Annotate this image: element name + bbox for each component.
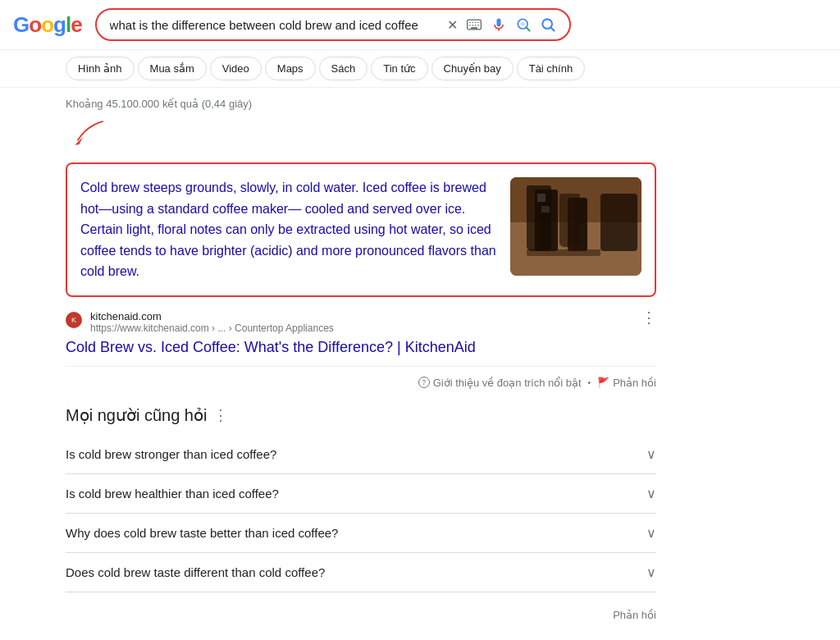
svg-rect-18 <box>535 190 558 251</box>
header: Google ✕ <box>0 0 840 50</box>
svg-line-14 <box>550 28 554 31</box>
clear-icon[interactable]: ✕ <box>447 17 458 33</box>
paa-chevron-0: ∨ <box>646 446 656 462</box>
paa-item-0[interactable]: Is cold brew stronger than iced coffee? … <box>66 435 656 474</box>
divider <box>66 366 656 367</box>
dot-separator: • <box>588 378 591 387</box>
svg-rect-20 <box>537 194 546 202</box>
snippet-image <box>510 177 641 276</box>
info-icon: ? <box>418 377 430 388</box>
feedback-icon: 🚩 <box>597 377 609 388</box>
arrow-indicator <box>66 115 673 156</box>
logo-o2: o <box>41 12 53 38</box>
snippet-meta: ? Giới thiệu về đoạn trích nổi bật • 🚩 P… <box>66 377 656 389</box>
svg-rect-25 <box>600 194 637 251</box>
paa-question-0: Is cold brew stronger than iced coffee? <box>66 447 276 461</box>
tab-mua-sam[interactable]: Mua sắm <box>138 57 207 80</box>
logo-e: e <box>71 12 81 38</box>
google-logo: Google <box>13 12 82 38</box>
tab-tai-chinh[interactable]: Tài chính <box>517 57 585 80</box>
voice-icon[interactable] <box>491 16 507 33</box>
paa-chevron-2: ∨ <box>646 525 656 541</box>
search-input[interactable] <box>110 18 441 32</box>
keyboard-icon[interactable] <box>466 16 482 33</box>
svg-rect-24 <box>527 249 600 256</box>
paa-question-2: Why does cold brew taste better than ice… <box>66 526 338 540</box>
paa-menu-icon[interactable]: ⋮ <box>213 406 228 424</box>
paa-question-3: Does cold brew taste different than cold… <box>66 565 325 579</box>
source-domain: kitchenaid.com <box>90 310 633 322</box>
snippet-intro-text: Giới thiệu về đoạn trích nổi bật <box>433 377 582 389</box>
logo-g2: g <box>53 12 66 38</box>
svg-rect-23 <box>568 199 574 250</box>
lens-icon[interactable] <box>515 16 532 33</box>
logo-o1: o <box>29 12 41 38</box>
snippet-text: Cold brew steeps grounds, slowly, in col… <box>80 177 497 282</box>
tab-maps[interactable]: Maps <box>265 57 316 80</box>
paa-header: Mọi người cũng hỏi ⋮ <box>66 405 656 425</box>
paa-item-3[interactable]: Does cold brew taste different than cold… <box>66 553 656 592</box>
feedback-text: Phản hồi <box>613 377 656 389</box>
svg-line-12 <box>526 28 529 31</box>
snippet-intro-link[interactable]: ? Giới thiệu về đoạn trích nổi bật <box>418 377 582 389</box>
search-icons: ✕ <box>447 16 556 33</box>
tab-chuyen-bay[interactable]: Chuyến bay <box>431 57 514 80</box>
tab-video[interactable]: Video <box>210 57 262 80</box>
result-title[interactable]: Cold Brew vs. Iced Coffee: What's the Di… <box>66 339 656 356</box>
source-url: https://www.kitchenaid.com › ... › Count… <box>90 322 633 334</box>
feedback-link[interactable]: 🚩 Phản hồi <box>597 377 656 389</box>
paa-section: Mọi người cũng hỏi ⋮ Is cold brew strong… <box>66 405 656 592</box>
nav-tabs: Hình ảnh Mua sắm Video Maps Sách Tin tức… <box>0 50 840 88</box>
paa-item-1[interactable]: Is cold brew healthier than iced coffee?… <box>66 474 656 514</box>
search-bar: ✕ <box>95 8 571 41</box>
footer-feedback[interactable]: Phản hồi <box>66 609 656 634</box>
paa-item-2[interactable]: Why does cold brew taste better than ice… <box>66 514 656 553</box>
red-arrow-icon <box>66 115 115 156</box>
featured-snippet: Cold brew steeps grounds, slowly, in col… <box>66 162 656 297</box>
svg-point-11 <box>520 22 524 26</box>
paa-chevron-3: ∨ <box>646 565 656 580</box>
svg-rect-21 <box>541 206 550 213</box>
paa-question-1: Is cold brew healthier than iced coffee? <box>66 487 279 501</box>
snippet-text-area: Cold brew steeps grounds, slowly, in col… <box>80 177 497 282</box>
source-menu-icon[interactable]: ⋮ <box>641 310 656 325</box>
search-button-icon[interactable] <box>540 16 556 33</box>
source-info: kitchenaid.com https://www.kitchenaid.co… <box>90 310 633 334</box>
paa-title: Mọi người cũng hỏi <box>66 405 207 425</box>
logo-g: G <box>13 12 29 38</box>
paa-chevron-1: ∨ <box>646 486 656 501</box>
svg-rect-19 <box>536 190 542 250</box>
coffee-image-svg <box>510 177 641 276</box>
tab-sach[interactable]: Sách <box>319 57 368 80</box>
source-area: K kitchenaid.com https://www.kitchenaid.… <box>66 310 656 334</box>
tab-hinh-anh[interactable]: Hình ảnh <box>66 57 135 80</box>
main-content: Khoảng 45.100.000 kết quả (0,44 giây) Co… <box>0 88 738 640</box>
svg-rect-22 <box>568 198 587 251</box>
result-count: Khoảng 45.100.000 kết quả (0,44 giây) <box>66 98 673 110</box>
tab-tin-tuc[interactable]: Tin tức <box>371 57 427 80</box>
source-favicon: K <box>66 312 82 328</box>
